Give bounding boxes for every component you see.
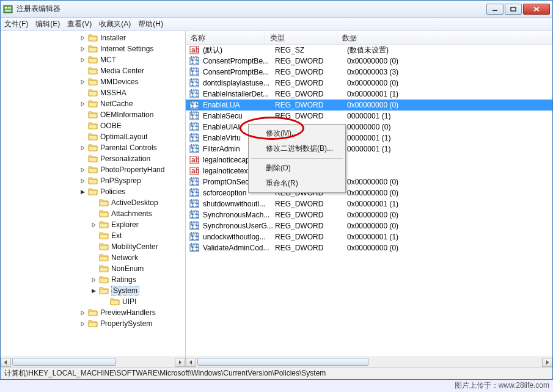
scroll-thumb[interactable]: [12, 358, 116, 366]
registry-value-row[interactable]: 011110EnableInstallerDet...REG_DWORD0x00…: [186, 89, 552, 100]
tree-node[interactable]: Personalization: [1, 153, 185, 164]
tree-view[interactable]: InstallerInternet SettingsMCTMedia Cente…: [1, 31, 185, 357]
value-data: 00000001 (1): [347, 145, 552, 153]
tree-node[interactable]: Parental Controls: [1, 142, 185, 153]
menu-favorites[interactable]: 收藏夹(A): [99, 19, 131, 29]
svg-text:ab: ab: [191, 167, 199, 175]
svg-text:110: 110: [191, 200, 199, 209]
tree-node[interactable]: Attachments: [1, 208, 185, 219]
list-view[interactable]: ab(默认)REG_SZ(数值未设置)011110ConsentPromptBe…: [186, 45, 552, 357]
tree-node[interactable]: PhotoPropertyHand: [1, 164, 185, 175]
tree-node[interactable]: PnPSysprep: [1, 175, 185, 186]
registry-value-row[interactable]: 011110EnableSecuREG_DWORD00000001 (1): [186, 111, 552, 122]
registry-value-row[interactable]: 011110ConsentPromptBe...REG_DWORD0x00000…: [186, 56, 552, 67]
svg-marker-15: [81, 179, 84, 183]
registry-value-row[interactable]: ablegalnoticecaptionREG_SZ: [186, 154, 552, 165]
titlebar[interactable]: 注册表编辑器: [1, 1, 552, 18]
value-type: REG_DWORD: [275, 200, 347, 208]
tree-node[interactable]: Ratings: [1, 274, 185, 285]
context-separator: [251, 158, 343, 159]
col-header-name[interactable]: 名称: [186, 31, 265, 44]
value-type: REG_DWORD: [275, 112, 347, 120]
value-data: 0x00000001 (1): [347, 90, 552, 98]
registry-value-row[interactable]: 011110ConsentPromptBe...REG_DWORD0x00000…: [186, 67, 552, 78]
menu-file[interactable]: 文件(F): [4, 19, 28, 29]
close-button[interactable]: [523, 4, 550, 15]
tree-node[interactable]: NonEnum: [1, 263, 185, 274]
tree-node[interactable]: ActiveDesktop: [1, 197, 185, 208]
scroll-left-icon[interactable]: [1, 358, 11, 367]
tree-node[interactable]: Explorer: [1, 219, 185, 230]
registry-value-row[interactable]: 011110scforceoptionREG_DWORD0x00000000 (…: [186, 187, 552, 198]
tree-node[interactable]: OptimalLayout: [1, 131, 185, 142]
registry-value-row[interactable]: 011110PromptOnSecureD...REG_DWORD0x00000…: [186, 176, 552, 187]
registry-value-row[interactable]: 011110shutdownwithoutl...REG_DWORD0x0000…: [186, 198, 552, 209]
value-name: dontdisplaylastuse...: [203, 79, 275, 87]
minimize-button[interactable]: [486, 4, 504, 15]
menu-view[interactable]: 查看(V): [67, 19, 92, 29]
maximize-button[interactable]: [505, 4, 522, 15]
context-modify[interactable]: 修改(M)...: [250, 126, 344, 141]
body-area: InstallerInternet SettingsMCTMedia Cente…: [1, 31, 552, 367]
tree-node[interactable]: Installer: [1, 32, 185, 43]
registry-value-row[interactable]: 011110undockwithoutlog...REG_DWORD0x0000…: [186, 231, 552, 242]
tree-node[interactable]: MMDevices: [1, 76, 185, 87]
registry-value-row[interactable]: 011110dontdisplaylastuse...REG_DWORD0x00…: [186, 78, 552, 89]
scroll-left-icon[interactable]: [186, 358, 196, 367]
context-modify-binary[interactable]: 修改二进制数据(B)...: [250, 141, 344, 156]
value-data: 00000000 (0): [347, 123, 552, 131]
tree-node[interactable]: Network: [1, 252, 185, 263]
registry-value-row[interactable]: ab(默认)REG_SZ(数值未设置): [186, 45, 552, 56]
context-delete[interactable]: 删除(D): [250, 161, 344, 176]
tree-node[interactable]: NetCache: [1, 98, 185, 109]
tree-node[interactable]: Policies: [1, 186, 185, 197]
svg-text:110: 110: [191, 178, 199, 187]
tree-node[interactable]: PropertySystem: [1, 318, 185, 329]
value-name: SynchronousMach...: [203, 211, 275, 219]
col-header-data[interactable]: 数据: [337, 31, 552, 44]
menu-edit[interactable]: 编辑(E): [35, 19, 60, 29]
registry-value-row[interactable]: 011110EnableVirtuREG_DWORD00000001 (1): [186, 132, 552, 143]
value-type: REG_DWORD: [275, 79, 347, 87]
tree-node[interactable]: OEMInformation: [1, 109, 185, 120]
registry-value-row[interactable]: 011110SynchronousUserG...REG_DWORD0x0000…: [186, 220, 552, 231]
svg-marker-10: [81, 58, 84, 62]
tree-node[interactable]: OOBE: [1, 120, 185, 131]
registry-value-row[interactable]: 011110ValidateAdminCod...REG_DWORD0x0000…: [186, 242, 552, 253]
context-rename[interactable]: 重命名(R): [250, 176, 344, 191]
value-name: (默认): [203, 45, 275, 56]
value-type: REG_DWORD: [275, 57, 347, 65]
svg-marker-79: [546, 360, 549, 365]
scroll-track[interactable]: [11, 358, 175, 367]
scroll-right-icon[interactable]: [542, 358, 552, 367]
registry-value-row[interactable]: 011110FilterAdminREG_DWORD00000001 (1): [186, 143, 552, 154]
registry-value-row[interactable]: 011110SynchronousMach...REG_DWORD0x00000…: [186, 209, 552, 220]
svg-text:110: 110: [191, 101, 199, 110]
list-hscrollbar[interactable]: [186, 357, 552, 367]
scroll-thumb[interactable]: [197, 358, 368, 366]
tree-node[interactable]: Ext: [1, 230, 185, 241]
tree-node[interactable]: MobilityCenter: [1, 241, 185, 252]
scroll-right-icon[interactable]: [175, 358, 185, 367]
tree-node[interactable]: UIPI: [1, 296, 185, 307]
tree-node[interactable]: System: [1, 285, 185, 296]
tree-node[interactable]: MCT: [1, 54, 185, 65]
menu-help[interactable]: 帮助(H): [138, 19, 163, 29]
tree-node[interactable]: MSSHA: [1, 87, 185, 98]
window-title: 注册表编辑器: [16, 4, 486, 14]
tree-hscrollbar[interactable]: [1, 357, 185, 367]
value-data: 0x00000000 (0): [347, 101, 552, 109]
registry-value-row[interactable]: ablegalnoticetextREG_SZ: [186, 165, 552, 176]
list-header[interactable]: 名称 类型 数据: [186, 31, 552, 45]
value-name: EnableLUA: [203, 101, 275, 109]
scroll-track[interactable]: [196, 358, 542, 367]
value-type: REG_DWORD: [275, 222, 347, 230]
svg-rect-3: [5, 10, 11, 12]
col-header-type[interactable]: 类型: [265, 31, 337, 44]
value-data: 0x00000000 (0): [347, 189, 552, 197]
tree-node[interactable]: Media Center: [1, 65, 185, 76]
registry-value-row[interactable]: 011110EnableUIAIREG_DWORD00000000 (0): [186, 122, 552, 132]
tree-node[interactable]: Internet Settings: [1, 43, 185, 54]
registry-value-row[interactable]: 011110EnableLUAREG_DWORD0x00000000 (0): [186, 100, 552, 111]
tree-node[interactable]: PreviewHandlers: [1, 307, 185, 318]
